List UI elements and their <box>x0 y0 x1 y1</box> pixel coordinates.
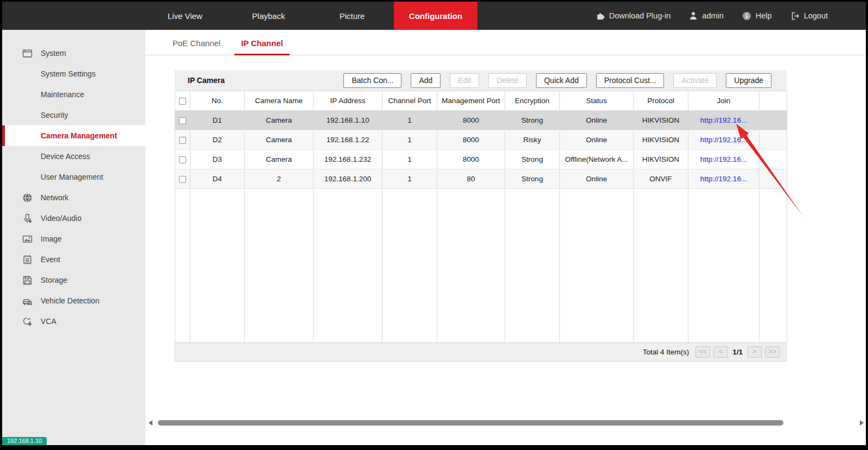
user-icon <box>689 11 698 20</box>
scroll-right-arrow-icon[interactable] <box>860 420 864 426</box>
upgrade-button[interactable]: Upgrade <box>726 73 771 88</box>
cell-channel-port: 1 <box>382 130 437 150</box>
cell-channel-port: 1 <box>382 150 437 169</box>
cell-management-port: 8000 <box>437 111 505 130</box>
nav-spacer <box>2 2 143 30</box>
tab-poe-channel[interactable]: PoE Channel <box>166 39 227 55</box>
col-join: Join <box>688 91 760 111</box>
cell-status: Online <box>560 169 634 189</box>
sidebar-item-vehicle-detection[interactable]: Vehicle Detection <box>2 290 145 311</box>
join-link[interactable]: http://192.16... <box>700 136 747 144</box>
sidebar-item-label: Storage <box>41 276 67 284</box>
system-icon <box>22 48 33 59</box>
cell-ip-address: 192.168.1.22 <box>314 130 382 150</box>
sidebar-item-storage[interactable]: Storage <box>2 270 145 290</box>
join-link[interactable]: http://192.16... <box>700 155 747 163</box>
table-header-row: No. Camera Name IP Address Channel Port … <box>175 91 787 111</box>
sidebar-item-label: VCA <box>41 317 56 326</box>
row-checkbox[interactable] <box>179 176 186 183</box>
vehicle-detection-icon <box>22 295 33 306</box>
scrollbar-thumb[interactable] <box>158 420 783 426</box>
sidebar-item-label: User Management <box>41 173 103 181</box>
sidebar-item-label: Event <box>41 255 60 264</box>
sidebar-item-system[interactable]: System <box>2 43 145 64</box>
cell-no: D3 <box>190 150 245 169</box>
nav-utilities: Download Plug-in admin Help Logout <box>596 2 866 30</box>
join-link[interactable]: http://192.16... <box>700 116 747 124</box>
join-link[interactable]: http://192.16... <box>700 175 747 183</box>
sidebar-item-user-management[interactable]: User Management <box>2 167 145 187</box>
nav-live-view[interactable]: Live View <box>143 2 227 30</box>
puzzle-icon <box>596 11 605 21</box>
tab-bar: PoE Channel IP Channel <box>145 30 866 55</box>
first-page-button[interactable]: << <box>695 346 710 358</box>
cell-encryption: Risky <box>505 130 560 150</box>
top-nav: Live View Playback Picture Configuration… <box>2 2 866 30</box>
page-indicator: 1/1 <box>732 348 743 356</box>
sidebar-item-event[interactable]: Event <box>2 249 145 270</box>
sidebar-item-label: Camera Management <box>41 131 117 140</box>
sidebar-item-label: Device Access <box>41 152 90 161</box>
sidebar-item-device-access[interactable]: Device Access <box>2 146 145 167</box>
logout-label: Logout <box>804 11 828 20</box>
info-icon <box>742 11 751 21</box>
toolbar-buttons: Batch Con... Add Edit Delete Quick Add P… <box>343 73 771 88</box>
scrollbar-track[interactable] <box>155 420 858 426</box>
last-page-button[interactable]: >> <box>765 346 780 358</box>
table-row[interactable]: D4 2 192.168.1.200 1 80 Strong Online ON… <box>175 169 787 189</box>
sidebar-item-security[interactable]: Security <box>2 105 145 125</box>
image-icon <box>22 233 33 244</box>
cell-ip-address: 192.168.1.232 <box>314 150 382 169</box>
sidebar-item-camera-management[interactable]: Camera Management <box>2 125 145 146</box>
panel-title: IP Camera <box>188 76 225 85</box>
edit-button[interactable]: Edit <box>450 73 479 88</box>
sidebar-item-video-audio[interactable]: Video/Audio <box>2 208 145 229</box>
protocol-custom-button[interactable]: Protocol Cust... <box>596 73 665 88</box>
cell-protocol: HIKVISION <box>634 111 688 130</box>
cell-status: Offline(Network A... <box>560 150 634 169</box>
sidebar-item-maintenance[interactable]: Maintenance <box>2 84 145 105</box>
help[interactable]: Help <box>742 11 772 21</box>
table-filler-row <box>175 189 787 343</box>
activate-button[interactable]: Activate <box>673 73 717 88</box>
cell-management-port: 8000 <box>437 150 505 169</box>
sidebar-item-label: System <box>41 49 66 58</box>
table-row[interactable]: D1 Camera 192.168.1.10 1 8000 Strong Onl… <box>175 111 787 130</box>
row-checkbox[interactable] <box>179 137 186 144</box>
event-icon <box>22 254 33 265</box>
delete-button[interactable]: Delete <box>488 73 526 88</box>
next-page-button[interactable]: > <box>747 346 762 358</box>
cell-encryption: Strong <box>505 111 560 130</box>
sidebar-item-vca[interactable]: VCA <box>2 311 145 332</box>
row-checkbox[interactable] <box>179 156 186 163</box>
download-plugin[interactable]: Download Plug-in <box>596 11 671 21</box>
sidebar-item-network[interactable]: Network <box>2 187 145 208</box>
batch-configuration-button[interactable]: Batch Con... <box>343 73 401 88</box>
logout[interactable]: Logout <box>790 11 828 21</box>
sidebar-item-label: Vehicle Detection <box>41 296 99 305</box>
nav-configuration[interactable]: Configuration <box>394 2 477 30</box>
scroll-left-arrow-icon[interactable] <box>149 420 152 426</box>
nav-picture[interactable]: Picture <box>310 2 394 30</box>
col-status: Status <box>560 91 634 111</box>
col-management-port: Management Port <box>437 91 505 111</box>
sidebar-item-system-settings[interactable]: System Settings <box>2 64 145 84</box>
cell-encryption: Strong <box>505 169 560 189</box>
table-row[interactable]: D3 Camera 192.168.1.232 1 8000 Strong Of… <box>175 150 787 169</box>
horizontal-scrollbar[interactable] <box>149 420 864 426</box>
tab-ip-channel[interactable]: IP Channel <box>234 39 289 55</box>
status-link-badge: 192.168.1.10 <box>2 437 47 445</box>
cell-status: Online <box>560 111 634 130</box>
select-all-checkbox[interactable] <box>179 98 186 105</box>
sidebar-item-label: Network <box>41 193 68 202</box>
table-row[interactable]: D2 Camera 192.168.1.22 1 8000 Risky Onli… <box>175 130 787 150</box>
row-checkbox[interactable] <box>179 117 186 124</box>
cell-camera-name: Camera <box>245 150 314 169</box>
quick-add-button[interactable]: Quick Add <box>536 73 587 88</box>
prev-page-button[interactable]: < <box>713 346 728 358</box>
nav-playback[interactable]: Playback <box>227 2 310 30</box>
user-menu[interactable]: admin <box>689 11 724 20</box>
cell-camera-name: 2 <box>245 169 314 189</box>
add-button[interactable]: Add <box>411 73 441 88</box>
sidebar-item-image[interactable]: Image <box>2 229 145 249</box>
